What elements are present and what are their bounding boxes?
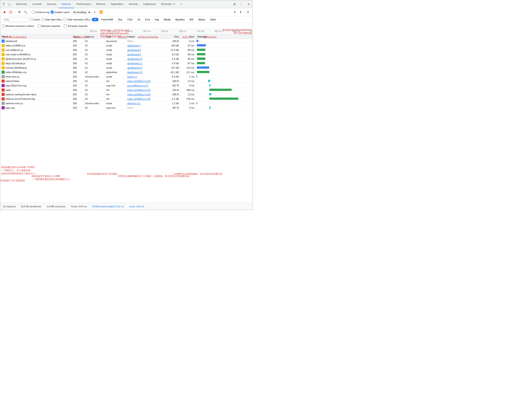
filter-type-ws[interactable]: WS [187, 18, 195, 21]
filter-type-manifest[interactable]: Manifest [173, 18, 187, 21]
tab-application[interactable]: Application [108, 0, 126, 8]
initiator-link[interactable]: dashboard:9 [127, 53, 141, 56]
table-row[interactable]: dayjs.de1d8cda.js 200 h2 script dashboar… [0, 61, 252, 66]
initiator-link[interactable]: index-e23806c2.js:50 [127, 93, 151, 96]
invert-label[interactable]: Invert [30, 18, 40, 21]
hide-ext-urls-label[interactable]: Hide extension URLs [63, 18, 90, 21]
filter-type-wasm[interactable]: Wasm [196, 18, 207, 21]
filter-input[interactable] [2, 17, 29, 22]
table-row[interactable]: logo-953a721e.svg 200 h2 svg+xml vue.ed8… [0, 83, 252, 88]
disable-cache-checkbox[interactable] [51, 11, 54, 13]
close-icon[interactable]: ✕ [246, 1, 251, 7]
table-row[interactable]: refreshToken 200 h2 xhr index-e23806c2.j… [0, 79, 252, 83]
filter-type-font[interactable]: Font [143, 18, 152, 21]
more-options-icon[interactable]: ⋮ [239, 1, 244, 7]
tab-recorder[interactable]: Recorder ⌥ [158, 0, 178, 8]
col-type[interactable]: Type [105, 34, 126, 39]
filter-type-other[interactable]: Other [208, 18, 218, 21]
devtools-dock-icon[interactable]: ⬜ [6, 1, 12, 7]
initiator-link[interactable]: index-e23806c2.js:50 [127, 80, 151, 82]
preserve-log-checkbox[interactable] [32, 11, 35, 13]
devtools-menu-icon[interactable]: ⠿ [1, 1, 6, 7]
tab-security[interactable]: Security [126, 0, 141, 8]
col-name[interactable]: Name ▾ [0, 34, 71, 39]
table-row[interactable]: detector-exec.js 200 chrome-exte... scri… [0, 101, 252, 106]
status-cell: 200 [71, 39, 84, 43]
tab-network[interactable]: Network [59, 0, 74, 8]
blocked-requests-label[interactable]: Blocked requests [38, 25, 60, 27]
initiator-link[interactable]: detector.js:1 [127, 102, 140, 105]
col-waterfall[interactable]: Waterfall [196, 34, 252, 39]
hide-data-urls-checkbox[interactable] [41, 18, 44, 21]
table-row[interactable]: hook-exec.js 200 chrome-exte... script h… [0, 75, 252, 79]
wifi-icon[interactable]: 📶 [99, 10, 104, 15]
table-row[interactable]: dashboard 200 h2 document Other 449 B 9 … [0, 39, 252, 43]
record-button[interactable]: ⏺ [2, 10, 7, 15]
initiator-cell: dashboard:13 [126, 70, 165, 75]
hide-data-urls-label[interactable]: Hide data URLs [41, 18, 63, 21]
table-row[interactable]: stats 200 h2 xhr index-e23806c2.js:50 22… [0, 88, 252, 92]
filter-type-media[interactable]: Media [162, 18, 172, 21]
initiator-link[interactable]: index-e23806c2.js:50 [127, 89, 151, 91]
col-protocol[interactable]: Protocol [84, 34, 105, 39]
filter-type-doc[interactable]: Doc [116, 18, 125, 21]
invert-checkbox[interactable] [30, 18, 33, 21]
network-table-wrapper[interactable]: Name ▾ Status Protocol Type Initiator Si… [0, 34, 252, 192]
table-row[interactable]: balance-trend?interval=day 200 h2 xhr in… [0, 97, 252, 101]
settings2-icon[interactable]: ⚙ [246, 10, 251, 15]
upload-icon[interactable]: ⬆ [232, 10, 237, 15]
col-time[interactable]: Time [180, 34, 196, 39]
throttle-select[interactable]: No throttling [71, 10, 91, 14]
filter-type-css[interactable]: CSS [125, 18, 134, 21]
blocked-requests-checkbox[interactable] [38, 25, 41, 27]
initiator-text: Other [127, 40, 134, 43]
time-cell: 369 ms [180, 88, 196, 92]
initiator-link[interactable]: dashboard:11 [127, 62, 142, 65]
filter-type-all[interactable]: All [92, 18, 98, 21]
settings-icon[interactable]: ⚙ [232, 1, 237, 7]
blocked-cookies-checkbox[interactable] [2, 25, 5, 27]
col-status[interactable]: Status [71, 34, 84, 39]
col-size[interactable]: Size [165, 34, 180, 39]
clear-button[interactable]: 🚫 [8, 10, 13, 15]
tab-sources[interactable]: Sources [44, 0, 59, 8]
tab-elements[interactable]: Elements [13, 0, 30, 8]
filter-type-js[interactable]: JS [135, 18, 142, 21]
initiator-link[interactable]: hook.js:1 [127, 75, 137, 78]
initiator-link[interactable]: dashboard:8 [127, 49, 141, 51]
initiator-link[interactable]: index-e23806c2.js:50 [127, 98, 151, 100]
tab-performance[interactable]: Performance [74, 0, 94, 8]
initiator-link[interactable]: dashboard:12 [127, 66, 142, 69]
table-row[interactable]: balance-ranking?order=desc 200 h2 xhr in… [0, 92, 252, 97]
table-row[interactable]: logo.svg 200 h2 svg+xml Other 867 B 9 ms [0, 106, 252, 110]
table-row[interactable]: index-e23806c2.js 200 h2 script dashboar… [0, 43, 252, 48]
col-initiator[interactable]: Initiator [126, 34, 165, 39]
throttle-dropdown-icon[interactable]: ▾ [93, 10, 97, 15]
blocked-cookies-label[interactable]: Blocked response cookies [2, 25, 34, 27]
initiator-link[interactable]: dashboard:13 [127, 71, 142, 74]
initiator-link[interactable]: dashboard:10 [127, 57, 142, 60]
disable-cache-label[interactable]: Disable cache [51, 11, 70, 13]
initiator-link[interactable]: vue.ed8dcac1.js:17 [127, 84, 148, 87]
ruler-1000ms: 1000 ms [251, 30, 252, 34]
filter-type-fetch/xhr[interactable]: Fetch/XHR [99, 18, 115, 21]
filter-icon[interactable]: ⛃ [17, 10, 22, 15]
tab-console[interactable]: Console [30, 0, 44, 8]
table-row[interactable]: vue.ed8dcac1.js 200 h2 script dashboard:… [0, 48, 252, 52]
tab-more[interactable]: » [178, 0, 185, 8]
hide-ext-urls-checkbox[interactable] [63, 18, 66, 21]
tab-memory[interactable]: Memory [94, 0, 108, 8]
third-party-checkbox[interactable] [64, 25, 67, 27]
tab-lighthouse[interactable]: Lighthouse [141, 0, 158, 8]
download-icon[interactable]: ⬇ [238, 10, 243, 15]
initiator-link[interactable]: dashboard:7 [127, 44, 141, 47]
table-row[interactable]: index-865bfdae.css 200 h2 stylesheet das… [0, 70, 252, 75]
third-party-label[interactable]: 3rd-party requests [64, 25, 87, 27]
table-row[interactable]: @element-plus.32235721.js 200 h2 script … [0, 57, 252, 61]
filter-type-img[interactable]: Img [153, 18, 161, 21]
table-row[interactable]: vue-router.ec854884.js 200 h2 script das… [0, 52, 252, 57]
table-row[interactable]: echarts.4d4282af.js 200 h2 script dashbo… [0, 66, 252, 70]
search-icon[interactable]: 🔍 [23, 10, 28, 15]
row-icon-svg [1, 106, 5, 109]
preserve-log-label[interactable]: Preserve log [32, 11, 49, 13]
